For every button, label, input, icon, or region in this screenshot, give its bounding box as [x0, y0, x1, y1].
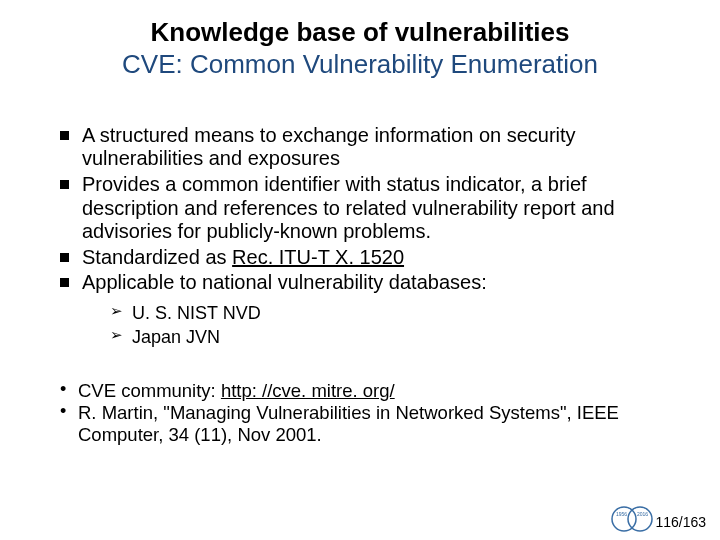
ref-text: CVE community:	[78, 380, 221, 401]
title-block: Knowledge base of vulnerabilities CVE: C…	[40, 18, 680, 80]
list-item: U. S. NIST NVD	[110, 301, 680, 325]
list-item: Provides a common identifier with status…	[60, 173, 680, 244]
bullet-text: A structured means to exchange informati…	[82, 124, 576, 170]
page-number: 116/163	[655, 514, 706, 530]
list-item: CVE community: http: //cve. mitre. org/	[60, 380, 680, 402]
references-list: CVE community: http: //cve. mitre. org/ …	[40, 380, 680, 447]
itu-logo: 1956 2016	[610, 504, 654, 534]
standard-link[interactable]: Rec. ITU-T X. 1520	[232, 246, 404, 268]
bullet-text: Provides a common identifier with status…	[82, 173, 615, 242]
list-item: Japan JVN	[110, 325, 680, 349]
svg-text:2016: 2016	[637, 511, 648, 517]
main-bullet-list: A structured means to exchange informati…	[40, 124, 680, 350]
bullet-text: Standardized as	[82, 246, 232, 268]
list-item: Applicable to national vulnerability dat…	[60, 271, 680, 349]
cve-link[interactable]: http: //cve. mitre. org/	[221, 380, 395, 401]
slide-subtitle: CVE: Common Vulnerability Enumeration	[40, 50, 680, 80]
bullet-text: Applicable to national vulnerability dat…	[82, 271, 487, 293]
sub-bullet-text: Japan JVN	[132, 327, 220, 347]
list-item: A structured means to exchange informati…	[60, 124, 680, 171]
slide-title: Knowledge base of vulnerabilities	[40, 18, 680, 48]
sub-bullet-list: U. S. NIST NVD Japan JVN	[82, 301, 680, 350]
ref-text: R. Martin, "Managing Vulnerabilities in …	[78, 402, 619, 445]
list-item: R. Martin, "Managing Vulnerabilities in …	[60, 402, 680, 446]
slide-content: Knowledge base of vulnerabilities CVE: C…	[0, 0, 720, 446]
sub-bullet-text: U. S. NIST NVD	[132, 303, 261, 323]
svg-text:1956: 1956	[616, 511, 627, 517]
list-item: Standardized as Rec. ITU-T X. 1520	[60, 246, 680, 270]
